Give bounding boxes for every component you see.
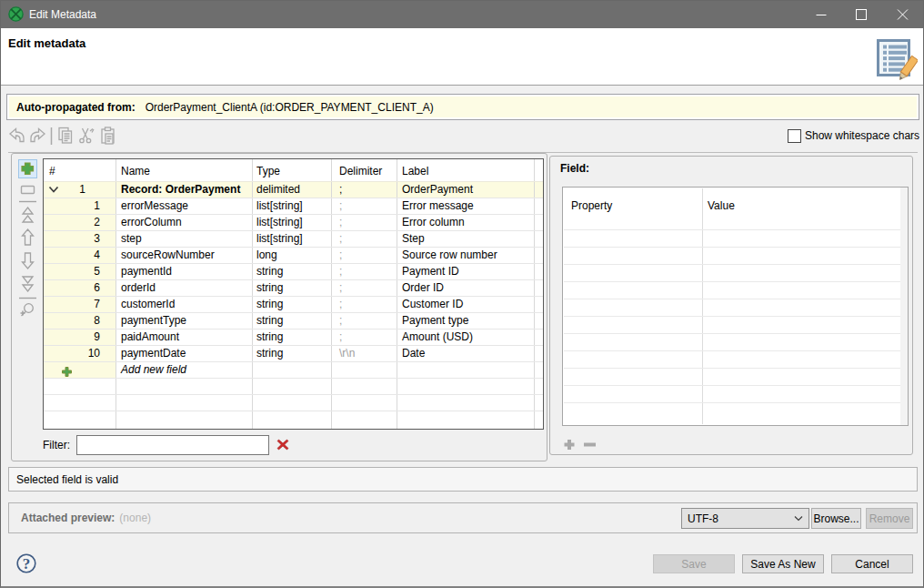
svg-text:?: ? xyxy=(23,555,31,573)
